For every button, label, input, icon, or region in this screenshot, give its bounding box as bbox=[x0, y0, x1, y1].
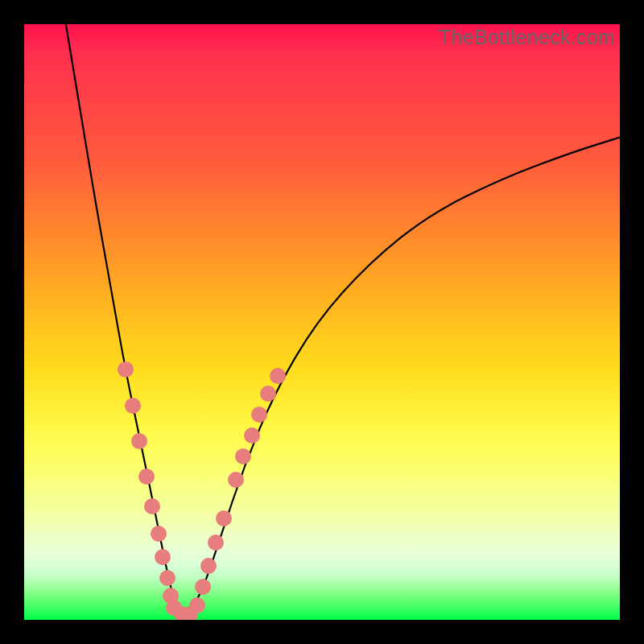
data-point bbox=[228, 472, 244, 488]
data-point bbox=[125, 398, 141, 414]
chart-frame: TheBottleneck.com bbox=[0, 0, 644, 644]
data-point bbox=[195, 579, 211, 595]
data-point bbox=[155, 549, 171, 565]
data-point bbox=[216, 510, 232, 526]
data-point bbox=[244, 427, 260, 444]
data-point bbox=[270, 368, 286, 384]
plot-area: TheBottleneck.com bbox=[24, 24, 620, 620]
data-point bbox=[118, 361, 134, 378]
data-point bbox=[200, 558, 217, 574]
data-point bbox=[144, 498, 160, 514]
bottleneck-curve bbox=[24, 24, 620, 620]
data-point bbox=[235, 448, 251, 464]
data-point bbox=[260, 386, 276, 402]
data-point bbox=[208, 535, 224, 551]
data-point bbox=[251, 407, 267, 423]
data-point bbox=[138, 469, 155, 485]
data-point bbox=[159, 570, 175, 586]
data-point bbox=[151, 526, 167, 542]
data-point bbox=[189, 597, 205, 613]
watermark-text: TheBottleneck.com bbox=[439, 26, 615, 49]
data-point bbox=[131, 433, 147, 449]
